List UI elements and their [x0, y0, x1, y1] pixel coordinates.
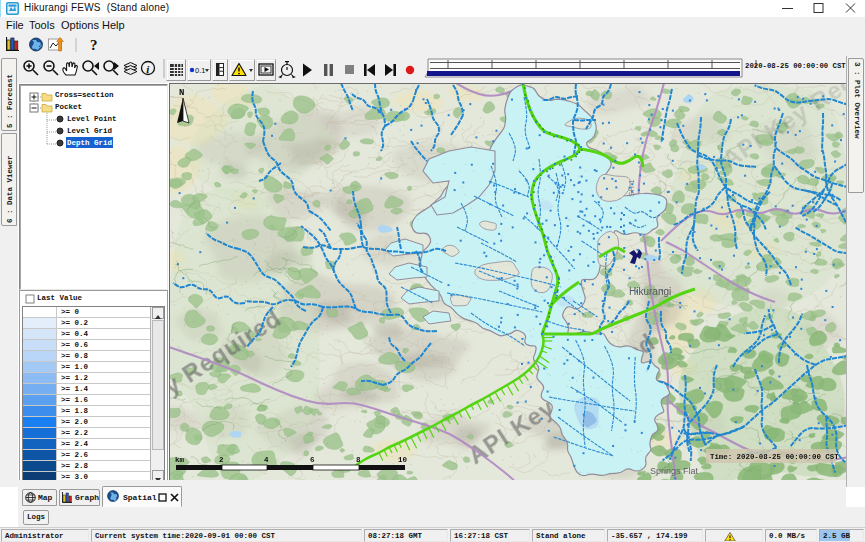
svg-text:Time: 2020-08-25 00:00:00 CST: Time: 2020-08-25 00:00:00 CST — [710, 453, 839, 461]
svg-text:10: 10 — [398, 456, 408, 464]
svg-text:i: i — [146, 63, 150, 75]
svg-text:6: 6 — [310, 456, 315, 464]
svg-text:km: km — [175, 456, 185, 464]
svg-text:8: 8 — [356, 456, 361, 464]
svg-text:Hikurangi: Hikurangi — [629, 286, 671, 297]
svg-text:?: ? — [90, 37, 98, 53]
svg-text:0.1: 0.1 — [195, 66, 205, 75]
svg-text:N: N — [179, 88, 184, 98]
svg-text:2: 2 — [219, 456, 224, 464]
svg-text:4: 4 — [264, 456, 269, 464]
svg-text:Springs Flat: Springs Flat — [650, 466, 699, 476]
svg-text:SH 1: SH 1 — [627, 179, 636, 197]
